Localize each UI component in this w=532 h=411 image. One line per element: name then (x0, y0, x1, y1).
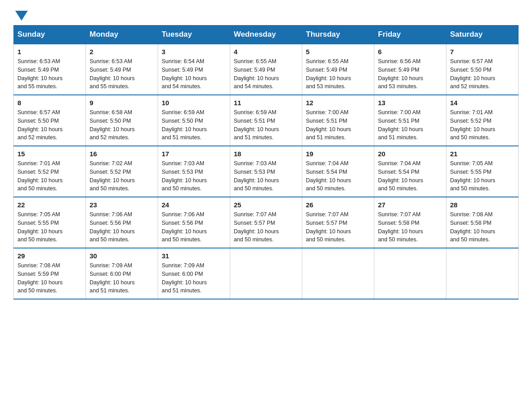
day-number: 1 (17, 48, 82, 56)
day-info: Sunrise: 6:53 AMSunset: 5:49 PMDaylight:… (17, 57, 82, 91)
calendar-cell: 10Sunrise: 6:59 AMSunset: 5:50 PMDayligh… (158, 95, 230, 146)
day-info: Sunrise: 6:53 AMSunset: 5:49 PMDaylight:… (90, 57, 154, 91)
calendar-cell: 4Sunrise: 6:55 AMSunset: 5:49 PMDaylight… (230, 44, 302, 95)
day-info: Sunrise: 6:57 AMSunset: 5:50 PMDaylight:… (17, 108, 82, 142)
day-info: Sunrise: 7:05 AMSunset: 5:55 PMDaylight:… (450, 159, 515, 193)
calendar-week-row: 22Sunrise: 7:05 AMSunset: 5:55 PMDayligh… (14, 197, 519, 248)
calendar-cell: 24Sunrise: 7:06 AMSunset: 5:56 PMDayligh… (158, 197, 230, 248)
day-number: 3 (162, 48, 226, 56)
day-info: Sunrise: 6:59 AMSunset: 5:51 PMDaylight:… (234, 108, 298, 142)
calendar-week-row: 29Sunrise: 7:08 AMSunset: 5:59 PMDayligh… (14, 248, 519, 299)
day-info: Sunrise: 7:06 AMSunset: 5:56 PMDaylight:… (162, 210, 226, 244)
day-number: 22 (17, 201, 82, 209)
day-info: Sunrise: 7:07 AMSunset: 5:58 PMDaylight:… (378, 210, 442, 244)
day-number: 26 (306, 201, 370, 209)
calendar-cell: 25Sunrise: 7:07 AMSunset: 5:57 PMDayligh… (230, 197, 302, 248)
calendar-cell (302, 248, 374, 299)
day-info: Sunrise: 7:02 AMSunset: 5:52 PMDaylight:… (90, 159, 154, 193)
calendar-cell: 21Sunrise: 7:05 AMSunset: 5:55 PMDayligh… (446, 146, 519, 197)
weekday-header-tuesday: Tuesday (158, 26, 230, 44)
day-number: 30 (90, 252, 154, 260)
day-number: 4 (234, 48, 298, 56)
calendar-cell: 22Sunrise: 7:05 AMSunset: 5:55 PMDayligh… (14, 197, 86, 248)
calendar-cell: 16Sunrise: 7:02 AMSunset: 5:52 PMDayligh… (86, 146, 158, 197)
day-info: Sunrise: 7:05 AMSunset: 5:55 PMDaylight:… (17, 210, 82, 244)
day-info: Sunrise: 7:04 AMSunset: 5:54 PMDaylight:… (306, 159, 370, 193)
logo (13, 9, 28, 21)
day-info: Sunrise: 7:08 AMSunset: 5:59 PMDaylight:… (17, 261, 82, 295)
day-info: Sunrise: 7:07 AMSunset: 5:57 PMDaylight:… (306, 210, 370, 244)
day-info: Sunrise: 7:07 AMSunset: 5:57 PMDaylight:… (234, 210, 298, 244)
day-info: Sunrise: 7:03 AMSunset: 5:53 PMDaylight:… (162, 159, 226, 193)
day-number: 2 (90, 48, 154, 56)
day-info: Sunrise: 7:04 AMSunset: 5:54 PMDaylight:… (378, 159, 442, 193)
weekday-header-saturday: Saturday (446, 26, 519, 44)
day-info: Sunrise: 7:08 AMSunset: 5:58 PMDaylight:… (450, 210, 515, 244)
calendar-cell: 12Sunrise: 7:00 AMSunset: 5:51 PMDayligh… (302, 95, 374, 146)
day-info: Sunrise: 7:00 AMSunset: 5:51 PMDaylight:… (306, 108, 370, 142)
day-number: 9 (90, 99, 154, 107)
day-number: 21 (450, 150, 515, 158)
calendar-cell: 15Sunrise: 7:01 AMSunset: 5:52 PMDayligh… (14, 146, 86, 197)
day-number: 5 (306, 48, 370, 56)
calendar-cell: 20Sunrise: 7:04 AMSunset: 5:54 PMDayligh… (374, 146, 446, 197)
day-number: 18 (234, 150, 298, 158)
day-info: Sunrise: 6:57 AMSunset: 5:50 PMDaylight:… (450, 57, 515, 91)
logo-triangle-icon (15, 11, 28, 21)
day-number: 16 (90, 150, 154, 158)
day-info: Sunrise: 6:55 AMSunset: 5:49 PMDaylight:… (234, 57, 298, 91)
calendar-week-row: 15Sunrise: 7:01 AMSunset: 5:52 PMDayligh… (14, 146, 519, 197)
calendar-cell: 2Sunrise: 6:53 AMSunset: 5:49 PMDaylight… (86, 44, 158, 95)
day-info: Sunrise: 7:01 AMSunset: 5:52 PMDaylight:… (17, 159, 82, 193)
calendar-week-row: 8Sunrise: 6:57 AMSunset: 5:50 PMDaylight… (14, 95, 519, 146)
calendar-cell: 27Sunrise: 7:07 AMSunset: 5:58 PMDayligh… (374, 197, 446, 248)
day-info: Sunrise: 7:01 AMSunset: 5:52 PMDaylight:… (450, 108, 515, 142)
day-number: 6 (378, 48, 442, 56)
day-info: Sunrise: 6:56 AMSunset: 5:49 PMDaylight:… (378, 57, 442, 91)
day-number: 17 (162, 150, 226, 158)
day-info: Sunrise: 6:58 AMSunset: 5:50 PMDaylight:… (90, 108, 154, 142)
day-info: Sunrise: 7:06 AMSunset: 5:56 PMDaylight:… (90, 210, 154, 244)
day-number: 8 (17, 99, 82, 107)
calendar-cell: 19Sunrise: 7:04 AMSunset: 5:54 PMDayligh… (302, 146, 374, 197)
calendar-cell: 9Sunrise: 6:58 AMSunset: 5:50 PMDaylight… (86, 95, 158, 146)
calendar-cell: 31Sunrise: 7:09 AMSunset: 6:00 PMDayligh… (158, 248, 230, 299)
day-number: 11 (234, 99, 298, 107)
weekday-header-monday: Monday (86, 26, 158, 44)
calendar-cell: 23Sunrise: 7:06 AMSunset: 5:56 PMDayligh… (86, 197, 158, 248)
calendar-cell: 5Sunrise: 6:55 AMSunset: 5:49 PMDaylight… (302, 44, 374, 95)
day-info: Sunrise: 7:00 AMSunset: 5:51 PMDaylight:… (378, 108, 442, 142)
day-info: Sunrise: 7:09 AMSunset: 6:00 PMDaylight:… (162, 261, 226, 295)
calendar-cell: 8Sunrise: 6:57 AMSunset: 5:50 PMDaylight… (14, 95, 86, 146)
day-number: 13 (378, 99, 442, 107)
calendar-week-row: 1Sunrise: 6:53 AMSunset: 5:49 PMDaylight… (14, 44, 519, 95)
calendar-cell: 6Sunrise: 6:56 AMSunset: 5:49 PMDaylight… (374, 44, 446, 95)
day-number: 10 (162, 99, 226, 107)
calendar-cell: 18Sunrise: 7:03 AMSunset: 5:53 PMDayligh… (230, 146, 302, 197)
day-info: Sunrise: 7:09 AMSunset: 6:00 PMDaylight:… (90, 261, 154, 295)
day-number: 15 (17, 150, 82, 158)
day-number: 20 (378, 150, 442, 158)
calendar-header-row: SundayMondayTuesdayWednesdayThursdayFrid… (14, 26, 519, 44)
calendar-cell (374, 248, 446, 299)
day-number: 25 (234, 201, 298, 209)
day-info: Sunrise: 6:54 AMSunset: 5:49 PMDaylight:… (162, 57, 226, 91)
day-number: 23 (90, 201, 154, 209)
day-number: 7 (450, 48, 515, 56)
day-number: 31 (162, 252, 226, 260)
weekday-header-thursday: Thursday (302, 26, 374, 44)
calendar-cell: 14Sunrise: 7:01 AMSunset: 5:52 PMDayligh… (446, 95, 519, 146)
weekday-header-wednesday: Wednesday (230, 26, 302, 44)
calendar-table: SundayMondayTuesdayWednesdayThursdayFrid… (13, 25, 519, 300)
day-number: 12 (306, 99, 370, 107)
calendar-cell: 26Sunrise: 7:07 AMSunset: 5:57 PMDayligh… (302, 197, 374, 248)
calendar-cell: 1Sunrise: 6:53 AMSunset: 5:49 PMDaylight… (14, 44, 86, 95)
calendar-cell: 13Sunrise: 7:00 AMSunset: 5:51 PMDayligh… (374, 95, 446, 146)
day-info: Sunrise: 7:03 AMSunset: 5:53 PMDaylight:… (234, 159, 298, 193)
day-number: 19 (306, 150, 370, 158)
day-number: 28 (450, 201, 515, 209)
calendar-cell: 11Sunrise: 6:59 AMSunset: 5:51 PMDayligh… (230, 95, 302, 146)
weekday-header-friday: Friday (374, 26, 446, 44)
calendar-cell (230, 248, 302, 299)
calendar-cell: 17Sunrise: 7:03 AMSunset: 5:53 PMDayligh… (158, 146, 230, 197)
